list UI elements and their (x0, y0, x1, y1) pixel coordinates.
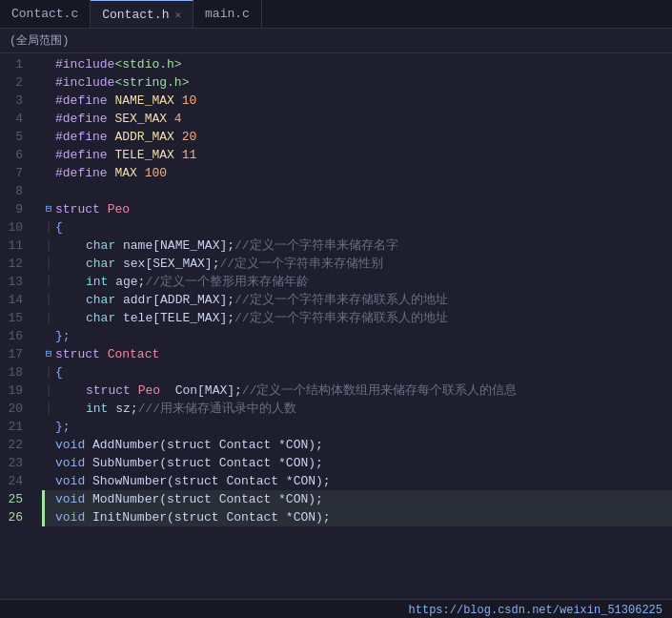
tab-contact-c-label: Contact.c (11, 7, 78, 21)
line-numbers: 1234567891011121314151617181920212223242… (0, 53, 38, 599)
tab-contact-h-label: Contact.h (102, 8, 169, 22)
tab-contact-h-close[interactable]: ✕ (174, 9, 181, 21)
code-area[interactable]: #include<stdio.h>#include<string.h>#defi… (38, 53, 672, 599)
tab-bar: Contact.c Contact.h ✕ main.c (0, 0, 672, 29)
tab-main-c-label: main.c (205, 7, 250, 21)
tab-contact-h[interactable]: Contact.h ✕ (91, 0, 193, 28)
status-bar: https://blog.csdn.net/weixin_51306225 (0, 599, 672, 618)
breadcrumb: (全局范围) (0, 29, 672, 53)
editor: 1234567891011121314151617181920212223242… (0, 53, 672, 599)
status-url: https://blog.csdn.net/weixin_51306225 (409, 604, 662, 617)
tab-contact-c[interactable]: Contact.c (0, 0, 91, 28)
tab-main-c[interactable]: main.c (193, 0, 262, 28)
